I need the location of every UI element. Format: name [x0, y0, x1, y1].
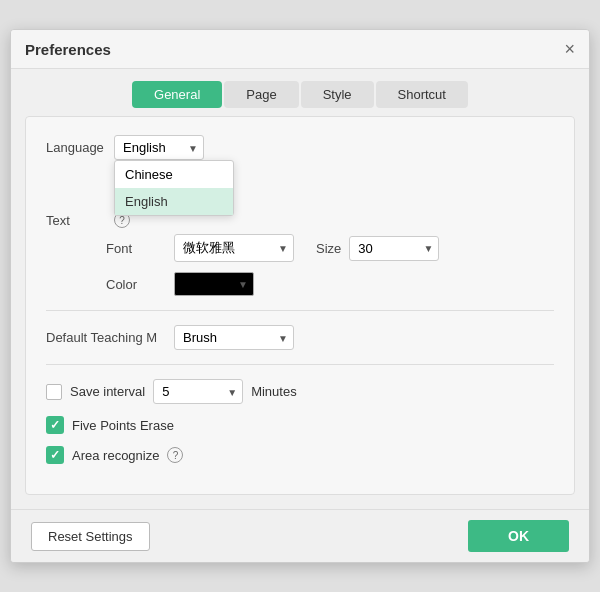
save-interval-row: Save interval 5 ▼ Minutes [46, 379, 554, 404]
close-button[interactable]: × [564, 40, 575, 58]
footer: Reset Settings OK [11, 509, 589, 562]
size-select[interactable]: 30 [349, 236, 439, 261]
title-bar: Preferences × [11, 30, 589, 69]
five-points-label: Five Points Erase [72, 418, 174, 433]
font-label: Font [106, 241, 166, 256]
tab-page[interactable]: Page [224, 81, 298, 108]
teaching-select-wrapper: Brush ▼ [174, 325, 294, 350]
language-option-chinese[interactable]: Chinese [115, 161, 233, 188]
save-interval-label: Save interval [70, 384, 145, 399]
separator-2 [46, 364, 554, 365]
minutes-label: Minutes [251, 384, 297, 399]
font-select-wrapper: 微软雅黑 ▼ [174, 234, 294, 262]
five-points-row: ✓ Five Points Erase [46, 416, 554, 434]
tabs-bar: General Page Style Shortcut [11, 69, 589, 116]
reset-settings-button[interactable]: Reset Settings [31, 522, 150, 551]
ok-button[interactable]: OK [468, 520, 569, 552]
five-points-checkbox[interactable]: ✓ [46, 416, 64, 434]
teaching-select[interactable]: Brush [174, 325, 294, 350]
tab-shortcut[interactable]: Shortcut [376, 81, 468, 108]
area-recognize-help-icon[interactable]: ? [167, 447, 183, 463]
separator-1 [46, 310, 554, 311]
size-select-wrapper: 30 ▼ [349, 236, 439, 261]
language-select-wrapper: English ▼ Chinese English [114, 135, 204, 160]
language-row: Language English ▼ Chinese English [46, 135, 554, 160]
preferences-dialog: Preferences × General Page Style Shortcu… [10, 29, 590, 563]
font-size-row: Font 微软雅黑 ▼ Size 30 ▼ [106, 234, 554, 262]
language-select[interactable]: English [114, 135, 204, 160]
default-teaching-label: Default Teaching M [46, 330, 166, 345]
color-select-wrapper: ▼ [174, 272, 254, 296]
color-row: Color ▼ [106, 272, 554, 296]
language-label: Language [46, 140, 106, 155]
tab-style[interactable]: Style [301, 81, 374, 108]
language-dropdown-menu: Chinese English [114, 160, 234, 216]
interval-select-wrapper: 5 ▼ [153, 379, 243, 404]
content-area: Language English ▼ Chinese English [25, 116, 575, 495]
area-recognize-checkbox[interactable]: ✓ [46, 446, 64, 464]
color-label: Color [106, 277, 166, 292]
font-select[interactable]: 微软雅黑 [174, 234, 294, 262]
color-swatch[interactable] [174, 272, 254, 296]
language-option-english[interactable]: English [115, 188, 233, 215]
default-teaching-row: Default Teaching M Brush ▼ [46, 325, 554, 350]
area-recognize-label: Area recognize [72, 448, 159, 463]
tab-general[interactable]: General [132, 81, 222, 108]
interval-select[interactable]: 5 [153, 379, 243, 404]
text-label: Text [46, 213, 106, 228]
dialog-title: Preferences [25, 41, 111, 58]
save-interval-checkbox[interactable] [46, 384, 62, 400]
size-label: Size [316, 241, 341, 256]
area-recognize-row: ✓ Area recognize ? [46, 446, 554, 464]
